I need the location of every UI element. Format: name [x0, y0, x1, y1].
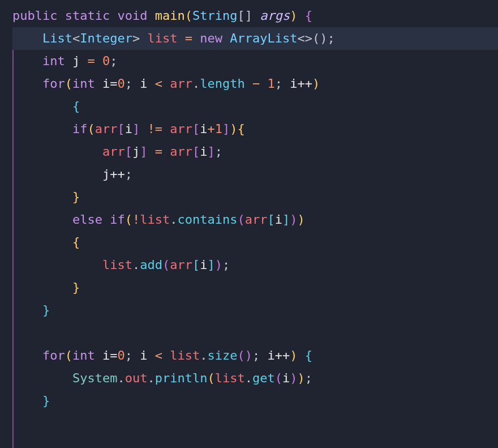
op-not: ! [132, 212, 140, 227]
code-line [12, 322, 498, 344]
method-main: main [155, 8, 185, 23]
code-line: for(int i=0; i < list.size(); i++) { [12, 344, 498, 367]
brace-close: } [72, 190, 80, 204]
method-contains: contains [177, 212, 237, 227]
code-line: for(int i=0; i < arr.length − 1; i++) [12, 72, 498, 95]
keyword-for: for [42, 348, 65, 362]
brace-open: { [297, 8, 312, 23]
method-get: get [252, 371, 275, 385]
keyword-void: void [117, 8, 147, 23]
paren-open: ( [185, 8, 192, 23]
type-arraylist: ArrayList [230, 31, 297, 45]
keyword-for: for [42, 76, 65, 91]
code-line: } [12, 276, 498, 299]
code-line: if(arr[i] != arr[i+1]){ [12, 118, 498, 140]
code-line: list.add(arr[i]); [12, 254, 498, 276]
literal-zero: 0 [102, 54, 110, 68]
keyword-static: static [65, 8, 110, 23]
code-line: } [12, 186, 498, 208]
var-list: list [147, 31, 177, 45]
code-line: List<Integer> list = new ArrayList<>(); [12, 27, 498, 50]
brace-close: } [42, 394, 50, 408]
paren-close: ) [290, 8, 297, 23]
type-string: String [192, 8, 237, 23]
brace-open: { [72, 99, 80, 113]
code-line: } [12, 390, 498, 412]
brace-open: { [72, 235, 80, 249]
code-line: arr[j] = arr[i]; [12, 140, 498, 163]
code-line: { [12, 231, 498, 254]
keyword-else: else [72, 212, 102, 227]
type-list: List [42, 31, 72, 45]
method-add: add [140, 258, 162, 272]
code-editor[interactable]: public static void main(String[] args) {… [0, 0, 498, 412]
method-println: println [155, 371, 208, 385]
brace-open: { [237, 122, 244, 136]
class-system: System [72, 371, 117, 385]
type-integer: Integer [80, 31, 132, 45]
prop-length: length [200, 76, 244, 91]
brace-open: { [297, 348, 312, 362]
code-line: System.out.println(list.get(i)); [12, 367, 498, 390]
param-args: args [260, 8, 290, 23]
keyword-new: new [200, 31, 222, 45]
code-line: { [12, 95, 498, 118]
keyword-if: if [72, 122, 88, 136]
code-line: } [12, 299, 498, 322]
field-out: out [125, 371, 148, 385]
code-line: else if(!list.contains(arr[i])) [12, 208, 498, 231]
brace-close: } [72, 280, 80, 295]
code-line: public static void main(String[] args) { [12, 5, 498, 27]
bracket-close: ] [245, 8, 252, 23]
keyword-public: public [12, 8, 57, 23]
method-size: size [207, 348, 237, 362]
keyword-int: int [42, 54, 65, 68]
code-line: int j = 0; [12, 50, 498, 72]
var-j: j [72, 54, 80, 68]
bracket-open: [ [237, 8, 244, 23]
code-line: j++; [12, 163, 498, 186]
expr-jpp: j++ [102, 167, 125, 181]
brace-close: } [42, 303, 50, 317]
var-arr: arr [170, 76, 192, 91]
